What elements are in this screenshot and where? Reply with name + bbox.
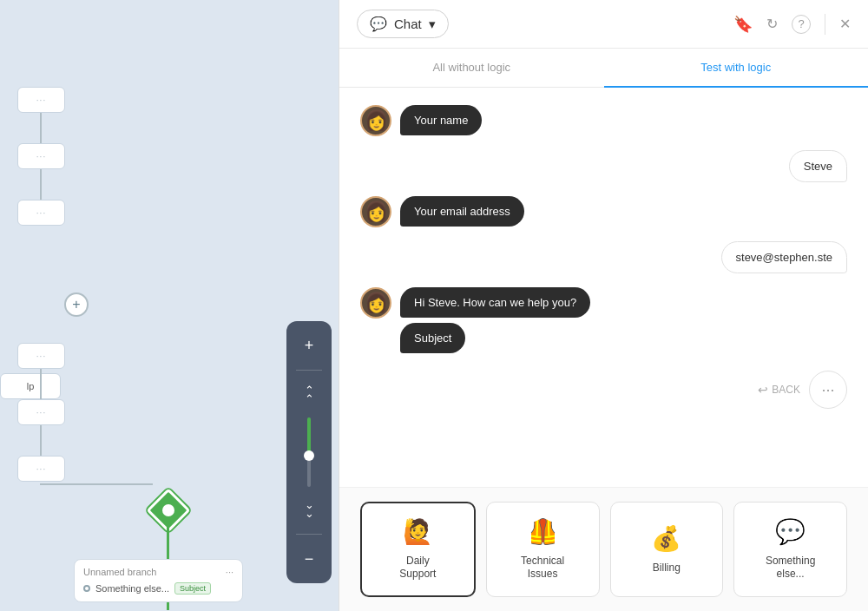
chat-panel: 💬 Chat ▾ 🔖 ↻ ? ✕ All without logic Test … (339, 0, 868, 611)
header-divider (825, 14, 825, 35)
zoom-toolbar: + ⌃ ⌃ ⌄ ⌄ − (286, 321, 332, 583)
bubble-group-5: Hi Steve. How can we help you? Subject (400, 287, 590, 353)
branch-tag: Subject (174, 582, 211, 595)
quick-reply-technical-issues[interactable]: 🦺 TechnicalIssues (486, 502, 600, 597)
bubble-group-2: Steve (789, 150, 847, 182)
refresh-icon[interactable]: ↻ (766, 16, 778, 32)
quick-replies: 🙋 DailySupport 🦺 TechnicalIssues 💰 Billi… (339, 487, 868, 611)
flow-node-4: ··· (17, 343, 65, 369)
bubble-email-address: Your email address (400, 196, 524, 227)
message-row-5: 👩 Hi Steve. How can we help you? Subject (360, 287, 847, 353)
message-row-3: 👩 Your email address (360, 196, 847, 227)
add-toolbar-button[interactable]: + (293, 330, 325, 361)
bubble-your-name: Your name (400, 105, 482, 135)
technical-issues-icon: 🦺 (528, 517, 558, 546)
quick-reply-something-else[interactable]: 💬 Somethingelse... (733, 502, 847, 597)
bot-avatar-2: 👩 (360, 196, 391, 227)
connector-line-4 (40, 425, 42, 456)
flow-node-5: ··· (17, 399, 65, 425)
daily-support-icon: 🙋 (403, 517, 433, 546)
branch-dot-icon (83, 585, 90, 592)
technical-issues-label: TechnicalIssues (521, 555, 564, 581)
billing-icon: 💰 (651, 524, 681, 553)
flow-node-help: lp (0, 373, 61, 399)
bubble-steve: Steve (789, 150, 847, 182)
flow-node-6: ··· (17, 456, 65, 482)
add-node-button[interactable]: + (64, 292, 89, 317)
zoom-down-button[interactable]: ⌄ ⌄ (293, 494, 325, 525)
chat-tabs: All without logic Test with logic (339, 49, 868, 88)
bubble-group-1: Your name (400, 105, 482, 135)
quick-reply-daily-support[interactable]: 🙋 DailySupport (360, 502, 476, 597)
zoom-slider-thumb (304, 450, 314, 461)
tab-test-with-logic[interactable]: Test with logic (604, 49, 869, 88)
connector-line-h (40, 483, 153, 485)
something-else-icon: 💬 (775, 517, 806, 546)
branch-box: Unnamed branch ··· Something else... Sub… (74, 559, 243, 602)
connector-line-1 (40, 113, 42, 143)
daily-support-label: DailySupport (399, 555, 436, 581)
zoom-up-button[interactable]: ⌃ ⌃ (293, 379, 325, 411)
toolbar-divider-1 (296, 370, 322, 371)
message-row-2: Steve (360, 150, 847, 182)
back-row: ↩ BACK ··· (360, 371, 847, 409)
message-row-4: steve@stephen.ste (360, 241, 847, 273)
branch-item: Something else... Subject (83, 582, 233, 595)
chat-messages: 👩 Your name Steve 👩 Your em (339, 88, 868, 487)
bot-avatar-3: 👩 (360, 287, 391, 319)
left-flow-panel: ··· ··· ··· + ··· lp ··· ··· + ⌃ ⌃ (0, 0, 339, 611)
tab-all-without-logic[interactable]: All without logic (339, 49, 604, 88)
bubble-group-3: Your email address (400, 196, 524, 227)
something-else-label: Somethingelse... (766, 555, 815, 581)
bubble-group-4: steve@stephen.ste (721, 241, 847, 273)
flow-node-2: ··· (17, 143, 65, 169)
message-row-1: 👩 Your name (360, 105, 847, 136)
flow-node-3: ··· (17, 200, 65, 226)
chevron-down-icon: ▾ (429, 16, 436, 32)
more-options-button[interactable]: ··· (809, 371, 847, 409)
toolbar-divider-2 (296, 534, 322, 535)
zoom-slider[interactable] (307, 417, 311, 487)
quick-reply-billing[interactable]: 💰 Billing (610, 502, 724, 597)
chat-label: Chat (394, 16, 422, 31)
close-icon[interactable]: ✕ (839, 16, 851, 32)
bubble-email-value: steve@stephen.ste (721, 241, 847, 273)
connector-line-3 (40, 369, 42, 399)
branch-title: Unnamed branch ··· (83, 567, 233, 577)
billing-label: Billing (653, 562, 681, 575)
header-actions: 🔖 ↻ ? ✕ (733, 14, 851, 35)
back-button[interactable]: ↩ BACK (758, 383, 800, 397)
bubble-hi-steve: Hi Steve. How can we help you? (400, 287, 590, 318)
help-icon[interactable]: ? (792, 15, 811, 34)
bot-avatar-1: 👩 (360, 105, 391, 136)
diamond-inner (162, 504, 174, 516)
bubble-subject: Subject (400, 323, 465, 353)
chat-title-button[interactable]: 💬 Chat ▾ (357, 10, 449, 38)
chat-header: 💬 Chat ▾ 🔖 ↻ ? ✕ (339, 0, 868, 49)
connector-line-2 (40, 169, 42, 200)
flow-node-1: ··· (17, 87, 65, 113)
chat-header-icon: 💬 (370, 16, 387, 32)
zoom-minus-button[interactable]: − (293, 543, 325, 575)
bookmark-icon[interactable]: 🔖 (733, 15, 753, 34)
